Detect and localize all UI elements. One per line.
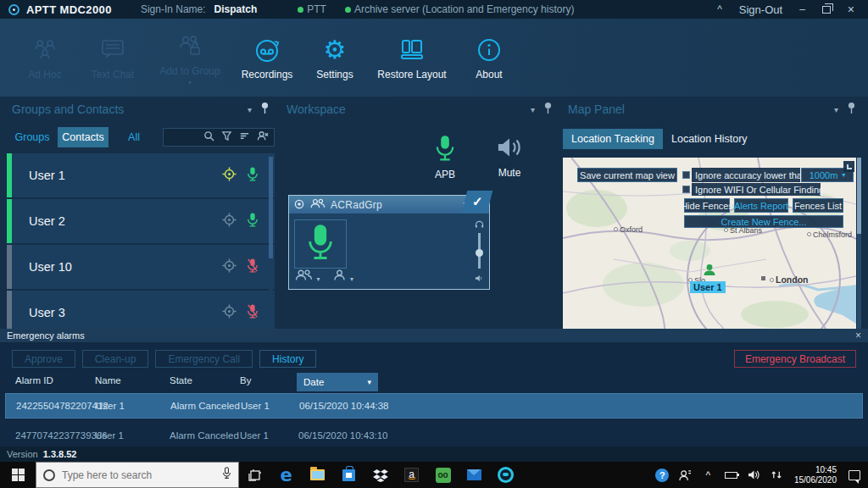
maximize-button[interactable] — [822, 6, 831, 14]
locate-icon[interactable] — [221, 303, 237, 323]
toolbar-recordings-button[interactable]: Recordings — [236, 36, 298, 80]
mail-app-button[interactable] — [459, 462, 490, 488]
alerts-report-button[interactable]: Alerts Report — [734, 198, 788, 213]
tray-show-hidden-caret-icon[interactable]: ^ — [698, 469, 719, 481]
groups-panel-pin-icon[interactable] — [260, 102, 270, 118]
ignore-wifi-checkbox[interactable] — [682, 186, 690, 193]
workspace-panel-caret-icon[interactable]: ▾ — [531, 105, 535, 114]
tab-all[interactable]: All — [108, 127, 159, 147]
map-view[interactable]: Oxford St Albans Chelmsford Slo London U… — [563, 158, 856, 329]
tray-network-icon[interactable] — [766, 469, 787, 480]
search-icon[interactable] — [203, 130, 214, 145]
group-card-header[interactable]: ACRadGrp × — [289, 196, 489, 214]
col-by[interactable]: By — [240, 375, 251, 385]
save-map-view-button[interactable]: Save current map view — [577, 168, 677, 182]
col-alarm-id[interactable]: Alarm ID — [15, 375, 53, 385]
tray-battery-icon[interactable] — [721, 472, 742, 479]
contact-row-user1[interactable]: User 1 — [7, 153, 275, 197]
start-button[interactable] — [0, 462, 36, 488]
toolbar-settings-button[interactable]: ⚙ Settings — [303, 36, 366, 80]
task-view-button[interactable] — [239, 462, 270, 488]
emergency-panel-close-icon[interactable]: × — [855, 330, 861, 341]
groups-panel-caret-icon[interactable]: ▾ — [248, 105, 252, 114]
group-members-dropdown[interactable]: ▾ — [294, 269, 320, 285]
sort-icon[interactable] — [239, 130, 250, 145]
col-date-sorted[interactable]: Date ▾ — [297, 373, 378, 391]
emergency-call-button[interactable]: Emergency Call — [155, 350, 253, 368]
collapse-caret-icon[interactable]: ^ — [712, 3, 727, 15]
workspace-panel-pin-icon[interactable] — [543, 102, 553, 118]
tab-groups[interactable]: Groups — [7, 127, 58, 147]
toolbar-about-button[interactable]: About — [458, 36, 520, 80]
group-ptt-button[interactable] — [294, 219, 347, 269]
col-name[interactable]: Name — [95, 375, 121, 385]
toolbar-text-chat-button[interactable]: Text Chat — [81, 36, 144, 80]
filter-icon[interactable] — [221, 130, 232, 145]
microsoft-store-button[interactable] — [333, 462, 364, 488]
mute-control[interactable]: Mute — [495, 134, 524, 179]
minimize-button[interactable]: – — [794, 3, 810, 15]
group-volume-slider[interactable] — [473, 216, 485, 286]
action-center-icon[interactable] — [843, 470, 865, 480]
fences-list-button[interactable]: Fences List — [793, 198, 843, 213]
create-new-fence-button[interactable]: Create New Fence... — [684, 215, 843, 228]
alarm-row-2[interactable]: 24770742237739366 User 1 Alarm Canceled … — [5, 424, 863, 448]
file-explorer-button[interactable] — [302, 462, 333, 488]
tab-contacts[interactable]: Contacts — [58, 127, 108, 147]
deselect-contact-icon[interactable] — [257, 130, 269, 145]
mic-on-icon[interactable] — [246, 166, 259, 186]
edge-browser-button[interactable]: e — [270, 462, 302, 488]
contacts-search-box[interactable] — [163, 128, 275, 147]
mic-muted-icon[interactable] — [246, 258, 259, 277]
emergency-broadcast-button[interactable]: Emergency Broadcast — [734, 350, 856, 368]
contact-row-user10[interactable]: User 10 — [7, 245, 275, 289]
hide-fences-button[interactable]: Hide Fences — [684, 198, 730, 213]
apb-control[interactable]: APB — [434, 134, 456, 180]
group-card-acradgrp[interactable]: ACRadGrp × ✓ ▾ — [288, 195, 490, 290]
approve-button[interactable]: Approve — [12, 350, 75, 368]
locate-icon[interactable] — [221, 166, 237, 186]
taskbar-search[interactable] — [36, 462, 239, 488]
volume-track[interactable] — [478, 233, 481, 269]
tray-help-icon[interactable]: ? — [652, 469, 673, 482]
locate-icon[interactable] — [221, 258, 237, 277]
map-panel-pin-icon[interactable] — [847, 102, 856, 118]
radio-select-icon[interactable] — [294, 197, 304, 213]
close-button[interactable]: × — [843, 3, 860, 16]
locate-icon[interactable] — [221, 212, 237, 231]
accuracy-caret-icon: ▾ — [842, 171, 845, 179]
tray-volume-icon[interactable] — [743, 469, 765, 480]
history-button[interactable]: History — [259, 350, 316, 368]
mic-on-icon[interactable] — [246, 212, 259, 231]
volume-knob[interactable] — [476, 249, 483, 257]
mdc2000-app-button[interactable] — [490, 462, 521, 488]
dropbox-button[interactable] — [364, 462, 396, 488]
contacts-scrollbar[interactable] — [269, 157, 273, 326]
group-contact-dropdown[interactable]: ▾ — [333, 269, 353, 285]
user-location-marker-icon[interactable] — [701, 263, 718, 283]
alarm-row-1[interactable]: 24225504782207412 User 1 Alarm Canceled … — [5, 393, 863, 419]
map-collapse-corner-button[interactable] — [843, 161, 854, 172]
col-state[interactable]: State — [170, 375, 192, 385]
tray-people-icon[interactable] — [675, 469, 696, 481]
user-marker-label[interactable]: User 1 — [690, 281, 726, 293]
amazon-button[interactable]: a — [396, 462, 427, 488]
ignore-accuracy-checkbox[interactable] — [682, 171, 690, 179]
map-panel-caret-icon[interactable]: ▾ — [834, 105, 838, 114]
clean-up-button[interactable]: Clean-up — [82, 350, 149, 368]
taskbar-mic-icon[interactable] — [222, 467, 231, 483]
tab-location-tracking[interactable]: Location Tracking — [563, 129, 663, 149]
toolbar-ad-hoc-button[interactable]: Ad Hoc — [14, 36, 76, 80]
contact-row-user2[interactable]: User 2 — [7, 199, 275, 243]
tray-clock[interactable]: 10:45 15/06/2020 — [789, 465, 842, 485]
contacts-list: User 1 User 2 — [7, 153, 275, 335]
green-app-button[interactable]: oo — [427, 462, 459, 488]
taskbar-search-input[interactable] — [62, 469, 215, 481]
sign-out-button[interactable]: Sign-Out — [734, 3, 787, 16]
tab-location-history[interactable]: Location History — [663, 129, 756, 149]
map-panel-scrollbar[interactable] — [857, 158, 861, 329]
toolbar-restore-layout-button[interactable]: Restore Layout — [371, 36, 453, 80]
mic-muted-icon[interactable] — [246, 303, 259, 323]
sign-in-label: Sign-In Name: — [141, 3, 206, 15]
toolbar-add-to-group-button[interactable]: Add to Group ▾ — [149, 32, 231, 84]
